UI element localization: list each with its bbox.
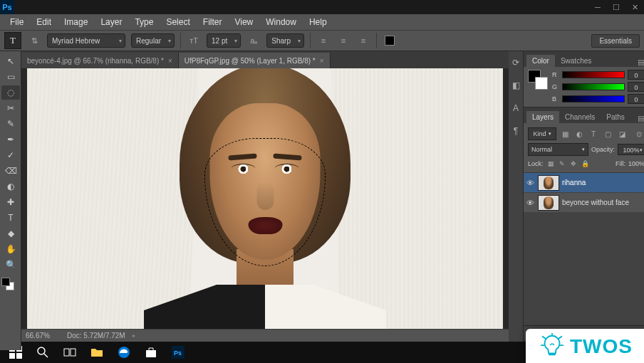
blue-value-input[interactable]: 0 (628, 94, 644, 104)
move-tool[interactable]: ↖ (1, 54, 20, 68)
properties-panel-icon[interactable]: ◧ (509, 78, 523, 93)
workspace-switcher[interactable]: Essentials (591, 34, 640, 48)
close-tab-icon[interactable]: × (168, 57, 172, 65)
svg-rect-4 (16, 353, 22, 359)
color-swatch-pair[interactable] (528, 70, 548, 90)
swatches-tab[interactable]: Swatches (555, 55, 597, 67)
lock-pixels-icon[interactable]: ✎ (558, 159, 567, 168)
task-view-button[interactable] (57, 342, 83, 363)
menu-edit[interactable]: Edit (31, 15, 57, 29)
align-center-icon[interactable]: ≡ (336, 33, 350, 48)
healing-tool[interactable]: ✓ (1, 148, 20, 162)
menu-type[interactable]: Type (129, 15, 159, 29)
filter-toggle-icon[interactable]: ⊙ (633, 128, 644, 140)
channels-tab[interactable]: Channels (559, 111, 601, 123)
align-left-icon[interactable]: ≡ (316, 33, 331, 48)
menu-layer[interactable]: Layer (95, 15, 128, 29)
font-family-select[interactable]: Myriad Hebrew (47, 33, 125, 48)
visibility-toggle-icon[interactable]: 👁 (525, 179, 535, 187)
filter-shape-icon[interactable]: ▢ (602, 128, 613, 140)
align-right-icon[interactable]: ≡ (356, 33, 370, 48)
eyedropper-tool[interactable]: ✎ (1, 117, 20, 131)
store-taskbar-icon[interactable] (138, 342, 164, 363)
gradient-tool[interactable]: ◐ (1, 179, 20, 194)
type-tool[interactable]: T (1, 211, 20, 225)
document-tab[interactable]: UfP8FqGP.jpg @ 50% (Layer 1, RGB/8) * × (179, 53, 331, 68)
layer-name[interactable]: beyonce without face (562, 199, 629, 206)
menu-view[interactable]: View (229, 15, 259, 29)
menu-file[interactable]: File (4, 15, 29, 29)
filter-pixel-icon[interactable]: ▦ (559, 128, 571, 140)
color-tab[interactable]: Color (526, 55, 555, 67)
file-explorer-taskbar-icon[interactable] (84, 342, 110, 363)
zoom-tool[interactable]: 🔍 (1, 258, 20, 272)
minimize-button[interactable]: ─ (588, 0, 607, 14)
document-canvas[interactable] (27, 68, 503, 342)
paragraph-panel-icon[interactable]: ¶ (509, 124, 523, 138)
fill-input[interactable]: 100% (628, 160, 644, 167)
layer-thumbnail[interactable] (538, 175, 559, 191)
background-color-swatch[interactable] (535, 77, 548, 90)
menu-filter[interactable]: Filter (197, 15, 228, 29)
brush-tool[interactable]: ✒ (1, 132, 20, 147)
close-window-button[interactable]: ✕ (625, 0, 644, 14)
green-slider[interactable] (562, 83, 625, 90)
layer-row[interactable]: 👁 rihanna (524, 173, 644, 193)
eraser-tool[interactable]: ⌫ (1, 164, 20, 178)
anti-alias-select[interactable]: Sharp (266, 33, 304, 48)
menu-window[interactable]: Window (260, 15, 302, 29)
menu-help[interactable]: Help (303, 15, 333, 29)
font-size-select[interactable]: 12 pt (207, 33, 241, 48)
filter-kind-select[interactable]: Kind (528, 127, 556, 140)
crop-tool[interactable]: ✂ (1, 101, 20, 115)
opacity-input[interactable]: 100% (618, 144, 644, 155)
font-style-select[interactable]: Regular (131, 33, 175, 48)
history-panel-icon[interactable]: ⟳ (509, 56, 523, 70)
document-tab[interactable]: beyoncé-4.jpg @ 66.7% (rihanna, RGB/8) *… (21, 53, 179, 68)
foreground-swatch[interactable] (1, 278, 10, 286)
layer-list-empty-area[interactable] (524, 213, 644, 325)
orientation-toggle-icon[interactable]: ⇅ (27, 33, 41, 48)
filter-adjust-icon[interactable]: ◐ (573, 128, 585, 140)
zoom-level[interactable]: 66.67% (26, 332, 60, 340)
layer-thumbnail[interactable] (538, 195, 559, 211)
green-value-input[interactable]: 0 (628, 82, 644, 92)
layer-row[interactable]: 👁 beyonce without face (524, 193, 644, 213)
tab-label: beyoncé-4.jpg @ 66.7% (rihanna, RGB/8) * (27, 57, 164, 65)
maximize-button[interactable]: ☐ (607, 0, 625, 14)
color-swatches[interactable] (0, 276, 21, 292)
red-value-input[interactable]: 0 (628, 70, 644, 80)
layer-name[interactable]: rihanna (562, 179, 586, 186)
lock-all-icon[interactable]: 🔒 (581, 159, 590, 168)
edge-taskbar-icon[interactable] (111, 342, 137, 363)
layers-tab[interactable]: Layers (526, 111, 559, 123)
lock-position-icon[interactable]: ✥ (569, 159, 578, 168)
lasso-tool[interactable]: ◌ (1, 85, 20, 100)
svg-text:Ps: Ps (174, 349, 182, 357)
panel-menu-icon[interactable]: ▤ (633, 58, 644, 67)
app-logo-icon: Ps (0, 0, 14, 14)
paths-tab[interactable]: Paths (601, 111, 630, 123)
blue-slider[interactable] (562, 95, 625, 102)
clone-tool[interactable]: ✚ (1, 195, 20, 209)
filter-smart-icon[interactable]: ◪ (616, 128, 628, 140)
close-tab-icon[interactable]: × (320, 57, 324, 65)
red-slider[interactable] (562, 71, 625, 78)
search-button[interactable] (30, 342, 56, 363)
photoshop-taskbar-icon[interactable]: Ps (165, 342, 191, 363)
panel-menu-icon[interactable]: ▤ (633, 114, 644, 123)
marquee-tool[interactable]: ▭ (1, 70, 20, 84)
lock-transparency-icon[interactable]: ▦ (546, 159, 556, 168)
menu-image[interactable]: Image (58, 15, 93, 29)
visibility-toggle-icon[interactable]: 👁 (525, 199, 535, 207)
shape-tool[interactable]: ◆ (1, 226, 20, 241)
hand-tool[interactable]: ✋ (1, 242, 20, 256)
tool-preset-picker[interactable]: T (4, 32, 21, 49)
lightbulb-icon (539, 333, 566, 360)
text-color-swatch[interactable] (383, 33, 397, 48)
menu-select[interactable]: Select (160, 15, 195, 29)
blend-mode-select[interactable]: Normal (528, 143, 588, 156)
character-panel-icon[interactable]: A (509, 101, 523, 115)
status-flyout-icon[interactable]: ▸ (133, 332, 135, 339)
filter-type-icon[interactable]: T (588, 128, 599, 140)
